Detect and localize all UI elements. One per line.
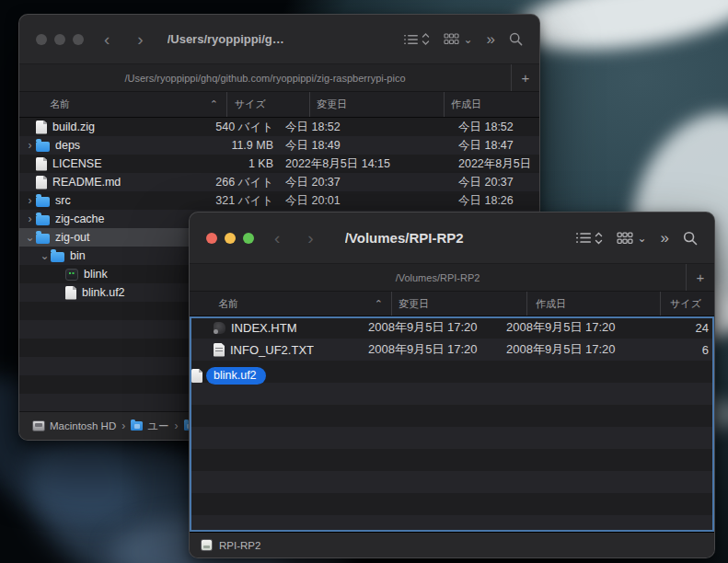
traffic-lights (36, 34, 84, 45)
file-row-deps[interactable]: ›deps11.9 MB今日 18:49今日 18:47 (19, 136, 539, 155)
breadcrumb-label: ユー (147, 419, 168, 433)
cell: 6 (631, 339, 714, 361)
traffic-lights (206, 233, 254, 244)
cell: 2022年8月5日 (413, 155, 539, 173)
file-name: bin (70, 249, 86, 262)
file-name: INDEX.HTM (231, 321, 297, 335)
file-name: deps (55, 139, 80, 152)
column-header-created[interactable]: 作成日 (526, 292, 660, 316)
breadcrumb-separator-icon: › (175, 419, 179, 432)
file-name: INFO_UF2.TXT (230, 343, 314, 357)
disclosure-open-icon[interactable]: ⌄ (39, 250, 51, 261)
column-header-name[interactable]: 名前 ⌃ (190, 292, 391, 316)
minimize-button[interactable] (225, 233, 236, 244)
name-cell: ›src (19, 191, 196, 210)
file-icon (36, 121, 47, 134)
back-button[interactable]: ‹ (274, 229, 280, 247)
window-title: /Users/ryoppippi/g… (168, 32, 284, 46)
htm-icon (214, 322, 225, 334)
path-bar-text: /Users/ryoppippi/ghq/github.com/ryoppipp… (19, 64, 511, 91)
file-name: blink (84, 268, 108, 281)
group-by-button[interactable]: ⌄ (444, 33, 472, 45)
group-by-button[interactable]: ⌄ (617, 232, 646, 245)
sort-ascending-icon: ⌃ (375, 298, 391, 310)
column-header-modified[interactable]: 変更日 (309, 92, 444, 117)
disclosure-open-icon[interactable]: ⌄ (24, 232, 36, 243)
path-bar: /Volumes/RPI-RP2 + (190, 263, 714, 292)
column-header-size[interactable]: サイズ (660, 292, 714, 316)
chevron-down-icon: ⌄ (463, 34, 472, 45)
disclosure-closed-icon[interactable]: › (24, 140, 36, 151)
volume-item-RPI-RP2[interactable]: RPI-RP2 (201, 539, 260, 551)
cell: 今日 18:47 (413, 136, 539, 155)
path-bar: /Users/ryoppippi/ghq/github.com/ryoppipp… (19, 63, 539, 92)
toolbar-overflow-button[interactable]: » (487, 31, 495, 47)
close-button[interactable] (206, 233, 217, 244)
cell: 今日 20:01 (279, 191, 413, 210)
window-title: /Volumes/RPI-RP2 (345, 230, 464, 246)
group-grid-icon (444, 33, 459, 45)
file-row-build.zig[interactable]: build.zig540 バイト今日 18:52今日 18:52 (19, 118, 539, 136)
cell: 今日 20:37 (413, 173, 539, 191)
file-list-drop-target[interactable]: INDEX.HTM2008年9月5日 17:202008年9月5日 17:202… (190, 316, 714, 532)
forward-button[interactable]: › (137, 30, 143, 48)
name-cell: ›deps (19, 136, 196, 155)
column-header-label: 名前 (218, 297, 238, 311)
close-button[interactable] (36, 34, 47, 45)
drag-ghost-blink-uf2[interactable]: blink.uf2 (191, 367, 266, 385)
column-header-label: 変更日 (399, 297, 429, 311)
disclosure-closed-icon[interactable]: › (24, 195, 36, 206)
zoom-button[interactable] (73, 34, 84, 45)
column-header-size[interactable]: サイズ (226, 92, 309, 117)
column-headers: 名前 ⌃ サイズ 変更日 作成日 (19, 92, 539, 118)
file-row-LICENSE[interactable]: LICENSE1 KB2022年8月5日 14:152022年8月5日 (19, 155, 539, 173)
file-name: README.md (52, 176, 121, 189)
back-button[interactable]: ‹ (104, 30, 110, 48)
folder-icon (36, 142, 50, 152)
sort-ascending-icon: ⌃ (210, 98, 226, 110)
name-cell: README.md (19, 173, 196, 191)
cell: 11.9 MB (196, 136, 279, 155)
file-row-INFO_UF2.TXT[interactable]: INFO_UF2.TXT2008年9月5日 17:202008年9月5日 17:… (190, 339, 714, 361)
breadcrumb-item-ユー[interactable]: ユー (131, 419, 168, 433)
disclosure-closed-icon[interactable]: › (24, 213, 36, 224)
file-row-INDEX.HTM[interactable]: INDEX.HTM2008年9月5日 17:202008年9月5日 17:202… (190, 316, 714, 339)
column-header-label: サイズ (670, 297, 701, 311)
cell: 2008年9月5日 17:20 (363, 339, 498, 361)
zoom-button[interactable] (243, 233, 254, 244)
breadcrumb-label: Macintosh HD (50, 420, 116, 431)
txt-icon (214, 343, 225, 357)
chevron-down-icon: ⌄ (637, 233, 646, 244)
titlebar[interactable]: ‹ › /Volumes/RPI-RP2 ⌄ (190, 213, 714, 263)
column-headers: 名前 ⌃ 変更日 作成日 サイズ (190, 292, 714, 316)
name-cell: build.zig (19, 118, 196, 136)
cell: 2008年9月5日 17:20 (363, 316, 498, 339)
cell: 266 バイト (196, 173, 279, 191)
view-list-button[interactable] (404, 33, 430, 45)
file-name: blink.uf2 (82, 286, 125, 299)
view-list-button[interactable] (576, 232, 603, 245)
column-header-label: 名前 (50, 98, 70, 111)
search-icon[interactable] (509, 32, 523, 46)
toolbar-overflow-button[interactable]: » (661, 230, 669, 246)
file-icon (36, 157, 47, 171)
new-tab-button[interactable]: + (511, 64, 539, 91)
wallpaper-cloud (512, 0, 728, 63)
file-row-README.md[interactable]: README.md266 バイト今日 20:37今日 20:37 (19, 173, 539, 191)
titlebar[interactable]: ‹ › /Users/ryoppippi/g… ⌄ (19, 15, 539, 63)
path-bar-text: /Volumes/RPI-RP2 (190, 264, 686, 291)
file-row-src[interactable]: ›src321 バイト今日 20:01今日 18:26 (19, 191, 539, 210)
finder-window-rpi-rp2: ‹ › /Volumes/RPI-RP2 ⌄ (189, 212, 715, 558)
status-bar: RPI-RP2 (190, 532, 714, 557)
column-header-name[interactable]: 名前 ⌃ (19, 92, 226, 117)
column-header-created[interactable]: 作成日 (444, 92, 539, 117)
forward-button[interactable]: › (307, 229, 313, 247)
breadcrumb-item-Macintosh HD[interactable]: Macintosh HD (32, 420, 116, 431)
folder-icon (36, 197, 50, 207)
minimize-button[interactable] (54, 34, 65, 45)
cell: 1 KB (196, 155, 279, 173)
column-header-modified[interactable]: 変更日 (391, 292, 526, 316)
name-cell: blink (19, 265, 196, 283)
search-icon[interactable] (683, 231, 698, 246)
new-tab-button[interactable]: + (686, 264, 714, 291)
